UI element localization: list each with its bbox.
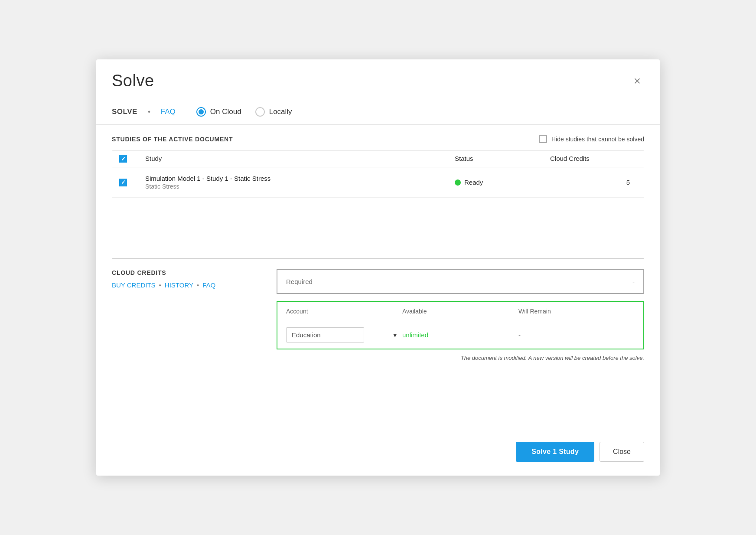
account-col-header: Account [286,308,402,315]
credits-right-panel: Required - Account Available Will Remain… [277,269,644,361]
account-header-row: Account Available Will Remain [277,302,643,321]
table-row: Simulation Model 1 - Study 1 - Static St… [112,167,644,198]
study-type: Static Stress [145,183,455,190]
credits-faq-link[interactable]: FAQ [202,281,215,289]
toolbar-dot: • [148,108,150,116]
study-name-cell: Simulation Model 1 - Study 1 - Static St… [145,175,455,190]
toolbar-faq-link[interactable]: FAQ [161,108,176,116]
will-remain-col-header: Will Remain [518,308,635,315]
solve-dialog: Solve × SOLVE • FAQ On Cloud Locally STU… [96,59,660,476]
solve-button[interactable]: Solve 1 Study [516,442,594,462]
account-box: Account Available Will Remain Education … [277,301,644,349]
hide-studies-row: Hide studies that cannot be solved [539,135,644,143]
on-cloud-label: On Cloud [210,108,241,116]
study-column-header: Study [145,155,455,163]
solve-location-radio-group: On Cloud Locally [196,107,292,117]
table-header-row: Study Status Cloud Credits [112,150,644,167]
account-select[interactable]: Education Personal Team [286,327,364,343]
studies-section-title: STUDIES OF THE ACTIVE DOCUMENT [112,136,233,143]
table-empty-space [112,198,644,258]
studies-section-header: STUDIES OF THE ACTIVE DOCUMENT Hide stud… [112,135,644,143]
main-content: STUDIES OF THE ACTIVE DOCUMENT Hide stud… [96,125,660,431]
account-select-wrapper: Education Personal Team ▼ [286,327,402,343]
history-link[interactable]: HISTORY [165,281,193,289]
credits-links: BUY CREDITS • HISTORY • FAQ [112,281,266,289]
hide-studies-label: Hide studies that cannot be solved [551,136,644,143]
cloud-credits-title: CLOUD CREDITS [112,269,266,276]
on-cloud-option[interactable]: On Cloud [196,107,241,117]
buy-credits-link[interactable]: BUY CREDITS [112,281,156,289]
header-checkbox-cell [119,155,145,163]
locally-label: Locally [269,108,292,116]
toolbar: SOLVE • FAQ On Cloud Locally [96,99,660,125]
bottom-section: CLOUD CREDITS BUY CREDITS • HISTORY • FA… [112,269,644,361]
solve-label: SOLVE [112,108,137,116]
credits-dot-1: • [159,281,161,289]
dialog-header: Solve × [96,59,660,99]
row-checkbox[interactable] [119,179,127,186]
account-data-row: Education Personal Team ▼ unlimited - [277,321,643,349]
select-all-checkbox[interactable] [119,155,127,163]
study-name: Simulation Model 1 - Study 1 - Static St… [145,175,455,182]
cloud-credits-panel: CLOUD CREDITS BUY CREDITS • HISTORY • FA… [112,269,277,361]
locally-option[interactable]: Locally [255,107,292,117]
status-label: Ready [464,179,483,186]
hide-studies-checkbox[interactable] [539,135,547,143]
credits-cell: 5 [550,179,637,186]
close-button[interactable]: Close [600,442,644,462]
status-cell: Ready [455,179,550,186]
row-checkbox-cell [119,179,145,186]
footer: Solve 1 Study Close [96,431,660,476]
chevron-down-icon: ▼ [392,332,398,339]
available-value: unlimited [402,331,518,339]
required-value: - [632,278,635,285]
required-label: Required [286,278,313,285]
status-dot [455,179,461,186]
notice-text: The document is modified. A new version … [277,355,644,361]
required-box: Required - [277,269,644,294]
credits-column-header: Cloud Credits [550,155,637,163]
locally-radio[interactable] [255,107,265,117]
close-icon-button[interactable]: × [630,73,644,89]
dialog-title: Solve [112,72,154,90]
available-col-header: Available [402,308,518,315]
status-column-header: Status [455,155,550,163]
credits-dot-2: • [197,281,199,289]
will-remain-value: - [518,331,635,339]
on-cloud-radio[interactable] [196,107,206,117]
studies-table: Study Status Cloud Credits Simulation Mo… [112,150,644,259]
